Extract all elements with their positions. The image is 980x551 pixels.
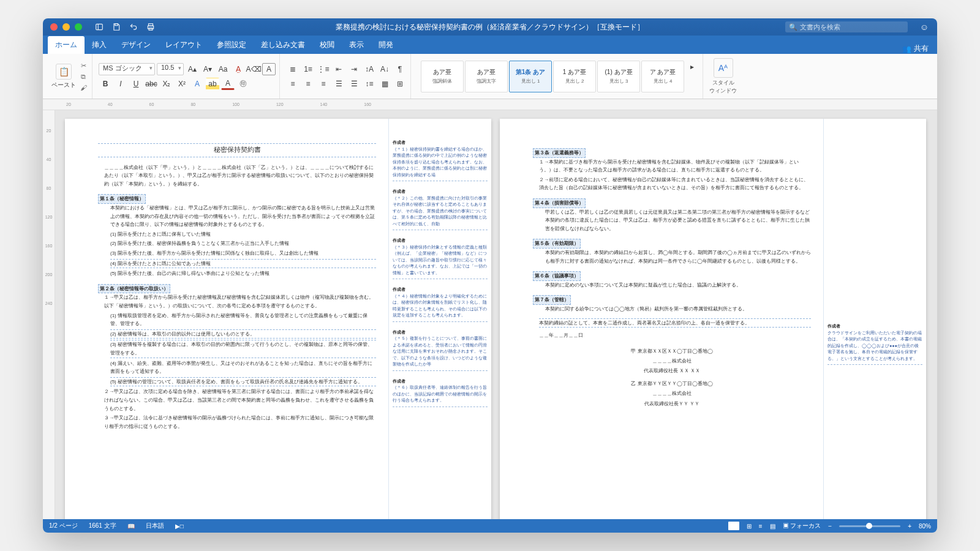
comment[interactable]: 作成者（＊６）取扱責任者等、連絡体制の報告を行う旨のほかに、当該記録の範囲での秘…: [393, 376, 488, 407]
comment[interactable]: 作成者（＊２）この他、業務提携に向けた対取引の事業それ自体が秘密に該当すると定め…: [393, 186, 488, 230]
close-window[interactable]: [50, 23, 58, 31]
tab-insert[interactable]: 挿入: [85, 36, 114, 54]
language-status[interactable]: 日本語: [146, 522, 164, 530]
article-5-heading: 第５条（有効期限）: [533, 239, 581, 249]
numbering-icon[interactable]: 1≡: [301, 63, 315, 75]
align-right-icon[interactable]: ≡: [317, 78, 330, 90]
tab-references[interactable]: 参照設定: [209, 36, 254, 54]
zoom-window[interactable]: [75, 23, 82, 31]
show-marks-icon[interactable]: ¶: [393, 63, 407, 75]
align-center-icon[interactable]: ≡: [301, 78, 315, 90]
vertical-ruler[interactable]: 204080120160200240: [43, 110, 55, 519]
article-2-heading: 第２条（秘密情報等の取扱い）: [98, 284, 170, 294]
comment[interactable]: 作成者クラウドサインをご利用いただいた電子契約の場合は、「本契約の成立を証するた…: [827, 321, 922, 365]
font-size-select[interactable]: 10.5: [157, 63, 184, 75]
style-pane-button[interactable]: Aᴬ スタイル ウィンドウ: [709, 58, 737, 95]
change-case-icon[interactable]: Aa: [216, 63, 230, 75]
italic-button[interactable]: I: [114, 78, 127, 90]
macro-icon[interactable]: ▶□: [175, 523, 184, 530]
signature-block: 甲 東京都ＸＸ区ＸＸ◯丁目◯番地◯＿＿＿＿株式会社代表取締役社長 ＸＸ ＸＸ 乙…: [533, 347, 811, 408]
horizontal-ruler[interactable]: 20406080100120140160: [43, 99, 937, 110]
borders-icon[interactable]: ⊞: [393, 78, 407, 90]
text-effects-icon[interactable]: A: [190, 78, 204, 90]
tab-developer[interactable]: 開発: [371, 36, 401, 54]
align-left-icon[interactable]: ≡: [286, 78, 300, 90]
window-title: 業務提携の検討における秘密保持契約書の例（経済産業省／クラウドサイン）［互換モー…: [336, 22, 644, 32]
sidebar-icon[interactable]: [94, 22, 104, 32]
tab-home[interactable]: ホーム: [48, 36, 85, 54]
article-3-heading: 第３条（返還義務等）: [533, 148, 586, 158]
comment[interactable]: 作成者（＊３）秘密保持の対象とする情報の定義と種類（例えば、「企業秘密」「秘密情…: [393, 235, 488, 279]
style-more-icon[interactable]: ▸: [685, 61, 699, 73]
save-icon[interactable]: [111, 22, 121, 32]
word-count[interactable]: 1661 文字: [89, 522, 116, 530]
undo-icon[interactable]: [129, 22, 138, 32]
line-spacing-icon[interactable]: ↕≡: [363, 78, 376, 90]
underline-button[interactable]: U: [129, 78, 143, 90]
tab-view[interactable]: 表示: [342, 36, 371, 54]
search-input[interactable]: 🔍 文書内を検索: [785, 21, 908, 32]
tab-review[interactable]: 校閲: [312, 36, 342, 54]
shrink-font-icon[interactable]: A▾: [201, 63, 214, 75]
comment[interactable]: 作成者（＊５）複製を行うことについて、事前の書面による承諾を求めると、受領者にお…: [393, 327, 488, 371]
svg-rect-2: [115, 24, 118, 26]
multilevel-icon[interactable]: ⋮≡: [317, 63, 330, 75]
bullets-icon[interactable]: ≣: [286, 63, 300, 75]
paste-button[interactable]: 📋 ペースト: [51, 64, 76, 89]
print-layout-view[interactable]: [728, 522, 739, 530]
subscript-button[interactable]: X₂: [160, 78, 173, 90]
print-icon[interactable]: [146, 22, 156, 32]
page-2[interactable]: 第３条（返還義務等） １→本契約に基づき相手方から開示を受けた秘密情報を含む記録…: [500, 119, 926, 519]
spellcheck-icon[interactable]: 📖: [127, 523, 135, 530]
zoom-slider[interactable]: [839, 525, 900, 527]
grow-font-icon[interactable]: A▴: [186, 63, 199, 75]
outline-view[interactable]: ≡: [759, 523, 763, 530]
cut-icon[interactable]: ✂: [78, 62, 88, 70]
justify-icon[interactable]: ☰: [332, 78, 345, 90]
tab-layout[interactable]: レイアウト: [158, 36, 209, 54]
focus-mode[interactable]: ▣ フォーカス: [783, 522, 821, 530]
indent-inc-icon[interactable]: ⇥: [347, 63, 361, 75]
minimize-window[interactable]: [62, 23, 70, 31]
superscript-button[interactable]: X²: [175, 78, 189, 90]
copy-icon[interactable]: ⧉: [78, 73, 88, 81]
shading-icon[interactable]: ▦: [378, 78, 391, 90]
text-direction-icon[interactable]: ↕A: [363, 63, 376, 75]
article-7-heading: 第７条（管轄）: [533, 295, 571, 305]
font-name-select[interactable]: MS ゴシック: [99, 63, 155, 75]
strike-button[interactable]: abc: [145, 78, 158, 90]
format-painter-icon[interactable]: 🖌: [78, 84, 88, 91]
tab-mailings[interactable]: 差し込み文書: [254, 36, 312, 54]
zoom-in[interactable]: +: [908, 523, 911, 530]
svg-rect-0: [96, 24, 103, 29]
zoom-level[interactable]: 80%: [919, 523, 931, 530]
draft-view[interactable]: ▤: [770, 523, 775, 530]
article-4-heading: 第４条（損害賠償等）: [533, 198, 586, 208]
user-menu[interactable]: ☺: [920, 22, 929, 32]
page-1[interactable]: 秘密保持契約書 ＿＿＿＿株式会社（以下「甲」という。）と＿＿＿＿株式会社（以下「…: [65, 119, 491, 519]
phonetic-guide-icon[interactable]: A̤: [232, 63, 245, 75]
highlight-icon[interactable]: ab: [206, 78, 219, 90]
article-6-heading: 第６条（協議事項）: [533, 271, 581, 281]
page-count[interactable]: 1/2 ページ: [49, 522, 78, 530]
clear-format-icon[interactable]: A⌫: [247, 63, 260, 75]
comment[interactable]: 作成者（＊４）秘密情報の対象をより明確化するためには、秘密保持の対象情報を別紙で…: [393, 284, 488, 322]
web-layout-view[interactable]: ⊞: [747, 523, 752, 530]
style-gallery[interactable]: あア亜強調斜体 あア亜強調太字 第1条 あア見出し 1 1 あア亜見出し 2 (…: [421, 61, 699, 92]
sort-icon[interactable]: A↓: [378, 63, 391, 75]
doc-title: 秘密保持契約書: [98, 143, 376, 157]
font-color-icon[interactable]: A: [221, 78, 235, 90]
tab-design[interactable]: デザイン: [114, 36, 158, 54]
indent-dec-icon[interactable]: ⇤: [332, 63, 345, 75]
article-1-heading: 第１条（秘密情報）: [98, 194, 146, 204]
bold-button[interactable]: B: [99, 78, 112, 90]
distributed-icon[interactable]: ☰: [347, 78, 361, 90]
zoom-out[interactable]: −: [828, 523, 832, 530]
share-button[interactable]: 👥 共有: [902, 43, 929, 54]
char-border-icon[interactable]: A: [262, 63, 276, 75]
enclose-char-icon[interactable]: ㊞: [236, 78, 250, 90]
comment[interactable]: 作成者（＊１）秘密保持契約書を締結する場合のほか、業務提携に係る契約の中で上記の…: [393, 137, 488, 181]
